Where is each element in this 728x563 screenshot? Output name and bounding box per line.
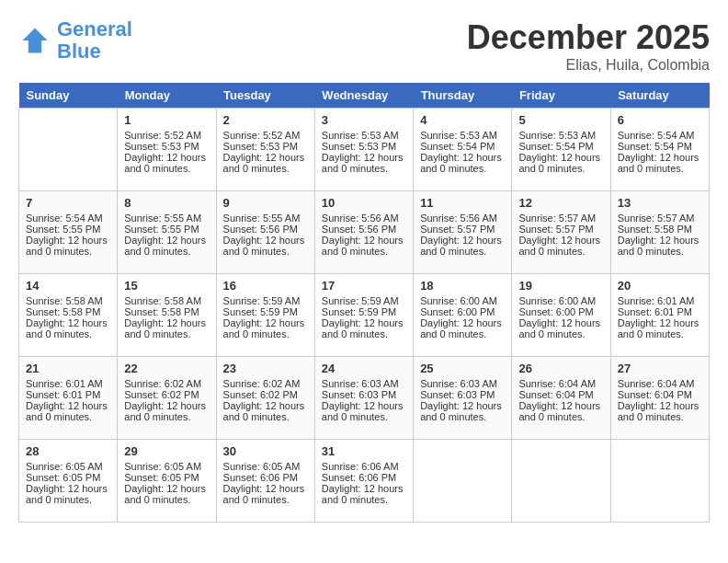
calendar-cell: 1Sunrise: 5:52 AMSunset: 5:53 PMDaylight… [118,109,216,191]
calendar-cell: 10Sunrise: 5:56 AMSunset: 5:56 PMDayligh… [314,191,413,274]
sunset-text: Sunset: 6:01 PM [26,389,110,400]
sunset-text: Sunset: 5:54 PM [420,141,505,152]
sunrise-text: Sunrise: 6:05 AM [26,461,110,472]
day-number: 20 [618,279,702,293]
day-number: 25 [420,362,505,375]
day-number: 10 [322,196,406,210]
calendar-cell: 4Sunrise: 5:53 AMSunset: 5:54 PMDaylight… [414,109,512,191]
sunset-text: Sunset: 6:06 PM [322,472,406,483]
calendar-cell [610,440,709,523]
day-number: 18 [420,279,505,293]
sunrise-text: Sunrise: 5:52 AM [124,130,209,141]
day-number: 17 [322,279,406,293]
sunrise-text: Sunrise: 5:58 AM [26,295,110,306]
daylight-text: Daylight: 12 hours and 0 minutes. [26,235,110,257]
day-header-sunday: Sunday [19,83,118,109]
logo: General Blue [18,18,132,63]
calendar-cell: 3Sunrise: 5:53 AMSunset: 5:53 PMDaylight… [314,109,413,191]
calendar-cell: 25Sunrise: 6:03 AMSunset: 6:03 PMDayligh… [414,357,512,440]
sunrise-text: Sunrise: 5:53 AM [420,130,505,141]
logo-icon [18,24,51,57]
calendar-cell: 24Sunrise: 6:03 AMSunset: 6:03 PMDayligh… [314,357,413,440]
calendar-cell: 12Sunrise: 5:57 AMSunset: 5:57 PMDayligh… [512,191,610,274]
sunset-text: Sunset: 6:05 PM [124,472,209,483]
day-number: 21 [26,362,110,375]
calendar-cell [414,440,512,523]
sunrise-text: Sunrise: 5:59 AM [223,295,308,306]
day-number: 27 [618,362,702,375]
day-header-monday: Monday [118,83,216,109]
header: General Blue December 2025 Elias, Huila,… [18,18,710,74]
sunset-text: Sunset: 6:05 PM [26,472,110,483]
week-row-3: 14Sunrise: 5:58 AMSunset: 5:58 PMDayligh… [19,274,710,357]
calendar-cell: 5Sunrise: 5:53 AMSunset: 5:54 PMDaylight… [512,109,610,191]
daylight-text: Daylight: 12 hours and 0 minutes. [26,400,110,422]
calendar-cell: 15Sunrise: 5:58 AMSunset: 5:58 PMDayligh… [118,274,216,357]
day-number: 16 [223,279,308,293]
title-area: December 2025 Elias, Huila, Colombia [467,18,710,74]
day-number: 24 [322,362,406,375]
calendar-cell [19,109,118,191]
day-header-friday: Friday [512,83,610,109]
daylight-text: Daylight: 12 hours and 0 minutes. [518,400,603,422]
calendar-cell: 6Sunrise: 5:54 AMSunset: 5:54 PMDaylight… [610,109,709,191]
calendar-cell: 13Sunrise: 5:57 AMSunset: 5:58 PMDayligh… [610,191,709,274]
sunset-text: Sunset: 6:02 PM [223,389,308,400]
sunset-text: Sunset: 5:53 PM [124,141,209,152]
day-number: 4 [420,113,505,127]
daylight-text: Daylight: 12 hours and 0 minutes. [124,235,209,257]
sunset-text: Sunset: 6:01 PM [618,306,702,317]
sunset-text: Sunset: 6:03 PM [420,389,505,400]
daylight-text: Daylight: 12 hours and 0 minutes. [124,483,209,505]
daylight-text: Daylight: 12 hours and 0 minutes. [618,317,702,339]
sunset-text: Sunset: 5:57 PM [420,224,505,235]
sunrise-text: Sunrise: 6:03 AM [322,378,406,389]
daylight-text: Daylight: 12 hours and 0 minutes. [124,152,209,174]
sunrise-text: Sunrise: 6:05 AM [124,461,209,472]
daylight-text: Daylight: 12 hours and 0 minutes. [124,317,209,339]
sunset-text: Sunset: 5:58 PM [124,306,209,317]
sunrise-text: Sunrise: 5:53 AM [518,130,603,141]
day-number: 19 [518,279,603,293]
daylight-text: Daylight: 12 hours and 0 minutes. [26,483,110,505]
calendar-cell: 19Sunrise: 6:00 AMSunset: 6:00 PMDayligh… [512,274,610,357]
daylight-text: Daylight: 12 hours and 0 minutes. [223,483,308,505]
sunset-text: Sunset: 5:59 PM [223,306,308,317]
day-number: 5 [518,113,603,127]
week-row-2: 7Sunrise: 5:54 AMSunset: 5:55 PMDaylight… [19,191,710,274]
week-row-4: 21Sunrise: 6:01 AMSunset: 6:01 PMDayligh… [19,357,710,440]
day-number: 11 [420,196,505,210]
daylight-text: Daylight: 12 hours and 0 minutes. [322,400,406,422]
header-row: SundayMondayTuesdayWednesdayThursdayFrid… [19,83,710,109]
sunrise-text: Sunrise: 5:52 AM [223,130,308,141]
sunset-text: Sunset: 5:55 PM [124,224,209,235]
daylight-text: Daylight: 12 hours and 0 minutes. [420,152,505,174]
day-number: 28 [26,444,110,458]
logo-blue: Blue [57,40,101,63]
calendar-cell: 26Sunrise: 6:04 AMSunset: 6:04 PMDayligh… [512,357,610,440]
day-number: 30 [223,444,308,458]
logo-text: General Blue [57,18,132,63]
sunset-text: Sunset: 6:06 PM [223,472,308,483]
sunrise-text: Sunrise: 6:00 AM [420,295,505,306]
daylight-text: Daylight: 12 hours and 0 minutes. [223,152,308,174]
daylight-text: Daylight: 12 hours and 0 minutes. [124,400,209,422]
daylight-text: Daylight: 12 hours and 0 minutes. [322,483,406,505]
sunset-text: Sunset: 5:54 PM [518,141,603,152]
calendar-cell: 18Sunrise: 6:00 AMSunset: 6:00 PMDayligh… [414,274,512,357]
daylight-text: Daylight: 12 hours and 0 minutes. [223,235,308,257]
calendar-cell: 22Sunrise: 6:02 AMSunset: 6:02 PMDayligh… [118,357,216,440]
day-number: 14 [26,279,110,293]
daylight-text: Daylight: 12 hours and 0 minutes. [322,317,406,339]
sunset-text: Sunset: 5:55 PM [26,224,110,235]
week-row-1: 1Sunrise: 5:52 AMSunset: 5:53 PMDaylight… [19,109,710,191]
day-header-tuesday: Tuesday [216,83,314,109]
calendar-cell: 30Sunrise: 6:05 AMSunset: 6:06 PMDayligh… [216,440,314,523]
day-number: 6 [618,113,702,127]
daylight-text: Daylight: 12 hours and 0 minutes. [518,235,603,257]
daylight-text: Daylight: 12 hours and 0 minutes. [223,400,308,422]
sunrise-text: Sunrise: 5:57 AM [618,213,702,224]
daylight-text: Daylight: 12 hours and 0 minutes. [420,400,505,422]
day-number: 13 [618,196,702,210]
logo-general: General [57,17,132,40]
